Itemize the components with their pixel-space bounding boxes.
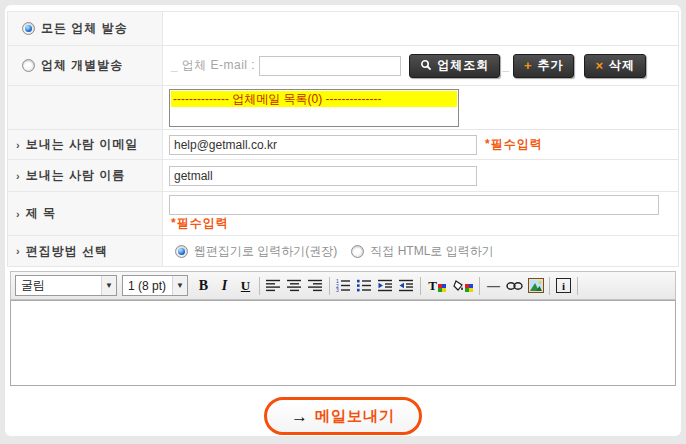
mail-send-panel: 모든 업체 발송 업체 개별발송 _ 업체 E-mail : 업체조회 bbox=[5, 5, 681, 436]
align-right-button[interactable] bbox=[305, 275, 326, 297]
italic-button[interactable]: I bbox=[214, 275, 235, 297]
delete-button[interactable]: × 삭제 bbox=[584, 54, 646, 78]
send-mail-label: 메일보내기 bbox=[315, 407, 395, 426]
row-subject: › 제 목 *필수입력 bbox=[8, 192, 678, 236]
company-mail-listbox[interactable]: -------------- 업체메일 목록(0) -------------- bbox=[169, 89, 459, 127]
link-button[interactable] bbox=[504, 275, 525, 297]
dash-separator: _ bbox=[502, 59, 509, 73]
mail-form: 모든 업체 발송 업체 개별발송 _ 업체 E-mail : 업체조회 bbox=[7, 11, 679, 267]
insert-image-button[interactable] bbox=[525, 275, 546, 297]
row-individual-send: 업체 개별발송 _ 업체 E-mail : 업체조회 _ + 추가 bbox=[8, 46, 678, 86]
add-button-label: 추가 bbox=[537, 57, 563, 74]
arrow-bullet-icon: › bbox=[16, 208, 21, 220]
add-button[interactable]: + 추가 bbox=[513, 54, 575, 78]
all-send-radio[interactable] bbox=[22, 22, 35, 35]
sender-name-label: 보내는 사람 이름 bbox=[26, 167, 126, 184]
individual-send-radio[interactable] bbox=[22, 59, 35, 72]
required-note: *필수입력 bbox=[171, 215, 229, 232]
align-left-button[interactable] bbox=[263, 275, 284, 297]
align-center-icon bbox=[287, 279, 302, 292]
arrow-right-icon: → bbox=[291, 408, 308, 425]
arrow-bullet-icon: › bbox=[16, 245, 21, 257]
subject-input[interactable] bbox=[169, 195, 659, 215]
individual-send-option[interactable]: 업체 개별발송 bbox=[8, 46, 163, 85]
delete-button-label: 삭제 bbox=[609, 57, 635, 74]
font-family-value: 굴림 bbox=[21, 277, 45, 294]
info-icon: i bbox=[556, 278, 571, 293]
fill-color-button[interactable] bbox=[450, 275, 476, 297]
text-color-button[interactable]: T bbox=[424, 275, 450, 297]
outdent-button[interactable] bbox=[375, 275, 396, 297]
footer: → 메일보내기 bbox=[7, 397, 679, 435]
toolbar-divider bbox=[577, 277, 578, 295]
mail-list-content: -------------- 업체메일 목록(0) -------------- bbox=[163, 86, 678, 129]
row-sender-name: › 보내는 사람 이름 bbox=[8, 160, 678, 192]
bullet-list-button[interactable] bbox=[354, 275, 375, 297]
sender-email-content: *필수입력 bbox=[163, 130, 678, 159]
chevron-down-icon: ▼ bbox=[101, 276, 116, 295]
web-editor-radio[interactable] bbox=[175, 245, 188, 258]
search-icon bbox=[420, 59, 432, 73]
sender-name-label-cell: › 보내는 사람 이름 bbox=[8, 160, 163, 191]
sender-name-content bbox=[163, 160, 678, 191]
all-send-option[interactable]: 모든 업체 발송 bbox=[8, 12, 163, 45]
underline-button[interactable]: U bbox=[235, 275, 256, 297]
web-editor-option-label: 웹편집기로 입력하기(권장) bbox=[194, 243, 337, 260]
sender-email-label: 보내는 사람 이메일 bbox=[26, 136, 139, 153]
link-icon bbox=[506, 281, 523, 291]
plus-icon: + bbox=[524, 59, 533, 72]
company-lookup-label: 업체조회 bbox=[437, 57, 489, 74]
subject-label: 제 목 bbox=[26, 205, 56, 222]
mail-list-label-cell bbox=[8, 86, 163, 129]
all-send-content bbox=[163, 12, 678, 45]
editor-body[interactable] bbox=[10, 300, 676, 386]
sender-name-input[interactable] bbox=[169, 166, 477, 186]
company-lookup-button[interactable]: 업체조회 bbox=[409, 54, 500, 78]
info-button[interactable]: i bbox=[553, 275, 574, 297]
row-sender-email: › 보내는 사람 이메일 *필수입력 bbox=[8, 130, 678, 160]
sender-email-label-cell: › 보내는 사람 이메일 bbox=[8, 130, 163, 159]
align-right-icon bbox=[308, 279, 323, 292]
html-option[interactable]: 직접 HTML로 입력하기 bbox=[351, 243, 493, 260]
web-editor-option[interactable]: 웹편집기로 입력하기(권장) bbox=[175, 243, 337, 260]
font-size-select[interactable]: 1 (8 pt) ▼ bbox=[122, 275, 188, 296]
x-icon: × bbox=[595, 59, 604, 72]
outdent-icon bbox=[378, 279, 393, 292]
ordered-list-icon: 123 bbox=[336, 279, 351, 292]
ordered-list-button[interactable]: 123 bbox=[333, 275, 354, 297]
font-family-select[interactable]: 굴림 ▼ bbox=[15, 275, 117, 296]
fill-color-icon bbox=[453, 280, 473, 292]
bold-button[interactable]: B bbox=[193, 275, 214, 297]
align-center-button[interactable] bbox=[284, 275, 305, 297]
mail-list-option[interactable]: -------------- 업체메일 목록(0) -------------- bbox=[171, 91, 457, 107]
sender-email-input[interactable] bbox=[169, 135, 477, 155]
indent-button[interactable] bbox=[396, 275, 417, 297]
horizontal-rule-icon: — bbox=[487, 278, 500, 293]
edit-method-label-cell: › 편집방법 선택 bbox=[8, 236, 163, 266]
edit-method-label: 편집방법 선택 bbox=[26, 243, 108, 260]
all-send-label: 모든 업체 발송 bbox=[41, 20, 128, 37]
edit-method-content: 웹편집기로 입력하기(권장) 직접 HTML로 입력하기 bbox=[163, 236, 678, 266]
toolbar-divider bbox=[549, 277, 550, 295]
subject-content: *필수입력 bbox=[163, 192, 678, 235]
toolbar-divider bbox=[259, 277, 260, 295]
company-email-input[interactable] bbox=[259, 56, 401, 76]
horizontal-rule-button[interactable]: — bbox=[483, 275, 504, 297]
chevron-down-icon: ▼ bbox=[172, 276, 187, 295]
toolbar-divider bbox=[479, 277, 480, 295]
svg-text:3: 3 bbox=[336, 287, 339, 292]
dash-decoration: _ bbox=[171, 59, 178, 73]
underline-icon: U bbox=[241, 278, 250, 294]
required-note: *필수입력 bbox=[485, 136, 543, 153]
text-color-icon: T bbox=[428, 279, 446, 292]
individual-send-content: _ 업체 E-mail : 업체조회 _ + 추가 × 삭제 bbox=[163, 46, 678, 85]
arrow-bullet-icon: › bbox=[16, 170, 21, 182]
font-size-value: 1 (8 pt) bbox=[128, 279, 166, 293]
send-mail-button[interactable]: → 메일보내기 bbox=[264, 397, 422, 435]
wysiwyg-editor: 굴림 ▼ 1 (8 pt) ▼ B I U 123 bbox=[10, 271, 676, 386]
indent-icon bbox=[399, 279, 414, 292]
row-mail-list: -------------- 업체메일 목록(0) -------------- bbox=[8, 86, 678, 130]
italic-icon: I bbox=[222, 278, 227, 294]
row-edit-method: › 편집방법 선택 웹편집기로 입력하기(권장) 직접 HTML로 입력하기 bbox=[8, 236, 678, 266]
html-radio[interactable] bbox=[351, 245, 364, 258]
